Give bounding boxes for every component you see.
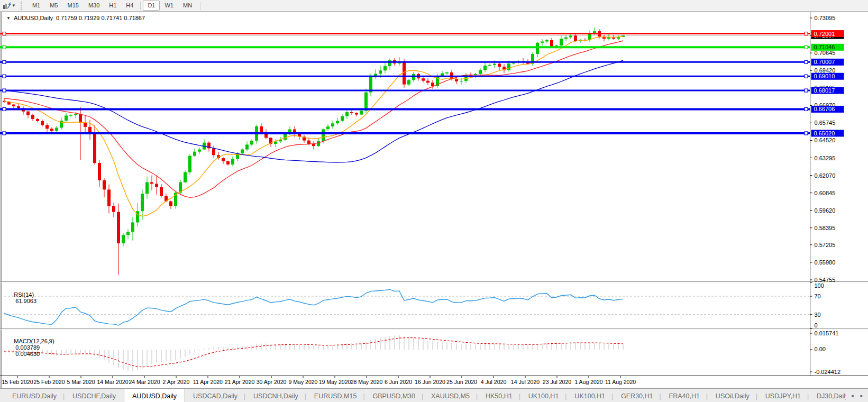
chart-tab[interactable]: USDCAD,Daily (185, 389, 245, 402)
svg-text:0.69010: 0.69010 (814, 73, 835, 79)
svg-text:24 Mar 2020: 24 Mar 2020 (129, 379, 160, 385)
svg-text:0.70007: 0.70007 (814, 59, 835, 65)
timeframe-button-m1[interactable]: M1 (28, 1, 45, 11)
svg-text:0.72001: 0.72001 (814, 31, 835, 37)
macd-indicator-label: MACD(12,26,9) 0.003789 0.004630 (7, 332, 54, 363)
top-toolbar: ▼ M1M5M15M30H1H4D1W1MN (0, 0, 868, 12)
tab-scroll-left-icon[interactable]: ◄ (848, 392, 856, 400)
toolbar-separator (200, 2, 200, 10)
time-axis[interactable]: 15 Feb 202025 Feb 20205 Mar 202014 Mar 2… (2, 376, 636, 386)
svg-text:25 Feb 2020: 25 Feb 2020 (34, 379, 65, 385)
line-handle (805, 107, 808, 111)
svg-text:21 Apr 2020: 21 Apr 2020 (225, 379, 255, 385)
chart-tab[interactable]: XAUUSD,M5 (423, 389, 478, 402)
ma-medium-line (4, 41, 623, 197)
chart-tab[interactable]: USDJPY,H1 (757, 389, 809, 402)
chart-window: 0.730950.718700.706450.694200.681950.669… (0, 12, 868, 388)
svg-text:6 Jun 2020: 6 Jun 2020 (385, 379, 412, 385)
macd-name: MACD(12,26,9) (14, 338, 54, 344)
svg-text:28 May 2020: 28 May 2020 (351, 379, 383, 385)
chart-tab[interactable]: GER30,H1 (613, 389, 661, 402)
chart-tab[interactable]: EURUSD,Daily (4, 389, 65, 402)
svg-text:2 Apr 2020: 2 Apr 2020 (163, 379, 190, 385)
chart-tab[interactable]: UK100,H1 (520, 389, 567, 402)
chevron-down-icon[interactable]: ▼ (12, 4, 16, 8)
rsi-indicator-label: RSI(14) 61.9063 (7, 285, 36, 310)
chart-tab[interactable]: HK50,H1 (478, 389, 520, 402)
line-handle (3, 89, 6, 92)
macd-signal-value: 0.004630 (15, 351, 40, 357)
chart-tab[interactable]: GBPUSD,M30 (364, 389, 423, 402)
panel-borders (0, 12, 868, 376)
svg-text:0.00: 0.00 (815, 346, 826, 352)
chart-tab[interactable]: FRA40,H1 (661, 389, 708, 402)
svg-text:0.60845: 0.60845 (815, 190, 836, 196)
toolbar-grip[interactable] (21, 2, 24, 10)
tab-scroll-right-icon[interactable]: ► (857, 392, 866, 400)
line-handle (3, 75, 6, 78)
chart-tab[interactable]: USOil,Daily (708, 389, 757, 402)
svg-text:0.66706: 0.66706 (814, 106, 835, 112)
chart-tab[interactable]: USDCHF,Daily (65, 389, 124, 402)
svg-text:0.57205: 0.57205 (815, 242, 836, 248)
svg-text:0.63295: 0.63295 (815, 155, 836, 161)
svg-text:14 Jul 2020: 14 Jul 2020 (511, 379, 540, 385)
chart-tab[interactable]: AUDUSD,Daily (124, 388, 185, 402)
svg-text:11 Apr 2020: 11 Apr 2020 (193, 379, 223, 385)
line-handle (805, 75, 808, 78)
line-handle (805, 45, 808, 49)
svg-text:1 Aug 2020: 1 Aug 2020 (574, 379, 602, 385)
line-handle (805, 132, 808, 135)
macd-main-value: 0.003789 (15, 344, 40, 351)
svg-text:0.64520: 0.64520 (815, 137, 836, 143)
svg-text:0.015741: 0.015741 (815, 330, 839, 336)
svg-text:0.65020: 0.65020 (814, 130, 835, 136)
svg-text:16 Jun 2020: 16 Jun 2020 (415, 379, 445, 385)
ma-fast-line (4, 36, 623, 216)
macd-panel: 0.0157410.00-0.024412 (4, 330, 840, 375)
timeframe-button-m30[interactable]: M30 (84, 1, 104, 11)
timeframe-button-m5[interactable]: M5 (45, 1, 62, 11)
price-axis[interactable]: 0.730950.718700.706450.694200.681950.669… (810, 15, 836, 283)
tab-scroll-controls: ◄ ► (846, 389, 868, 402)
macd-signal-line (4, 338, 623, 367)
svg-text:70: 70 (815, 293, 821, 299)
chart-tool-button[interactable]: ▼ (1, 2, 17, 10)
chart-tab[interactable]: UK100,H1 (567, 389, 613, 402)
svg-text:0.55980: 0.55980 (815, 259, 836, 266)
svg-text:23 Jul 2020: 23 Jul 2020 (543, 379, 571, 385)
svg-text:100: 100 (815, 282, 824, 289)
timeframe-button-m15[interactable]: M15 (62, 1, 83, 11)
line-handle (805, 32, 808, 35)
svg-text:-0.024412: -0.024412 (815, 369, 841, 375)
svg-text:19 May 2020: 19 May 2020 (319, 379, 351, 385)
svg-text:0.68017: 0.68017 (814, 87, 835, 94)
timeframe-button-mn[interactable]: MN (178, 1, 197, 11)
chart-tab[interactable]: USDCNH,Daily (245, 389, 306, 402)
rsi-line (4, 289, 623, 325)
line-handle (805, 89, 808, 92)
svg-text:0.62070: 0.62070 (815, 172, 836, 179)
svg-text:0: 0 (815, 322, 818, 328)
collapse-chart-icon[interactable]: ▼ (6, 16, 11, 21)
svg-text:0.59620: 0.59620 (815, 207, 836, 214)
rsi-value: 61.9063 (15, 298, 36, 304)
chart-canvas[interactable]: 0.730950.718700.706450.694200.681950.669… (0, 12, 868, 388)
chart-cursor-icon (3, 2, 11, 10)
timeframe-button-w1[interactable]: W1 (160, 1, 178, 11)
svg-text:4 Jul 2020: 4 Jul 2020 (481, 379, 507, 385)
svg-text:0.58395: 0.58395 (815, 225, 836, 231)
line-handle (3, 60, 6, 63)
chart-tabs-bar: EURUSD,DailyUSDCHF,DailyAUDUSD,DailyUSDC… (0, 388, 868, 402)
timeframe-button-h1[interactable]: H1 (104, 1, 121, 11)
line-handle (3, 32, 6, 35)
svg-text:9 May 2020: 9 May 2020 (289, 379, 318, 385)
svg-text:0.65745: 0.65745 (815, 120, 836, 126)
timeframe-button-d1[interactable]: D1 (143, 1, 160, 11)
timeframe-button-h4[interactable]: H4 (121, 1, 138, 11)
toolbar-separator (140, 2, 141, 10)
svg-text:0.71046: 0.71046 (814, 44, 835, 50)
svg-text:15 Feb 2020: 15 Feb 2020 (2, 379, 33, 385)
chart-tab[interactable]: EURUSD,M15 (306, 389, 365, 402)
chart-title: ▼ AUDUSD,Daily 0.71759 0.71929 0.71741 0… (6, 15, 145, 21)
